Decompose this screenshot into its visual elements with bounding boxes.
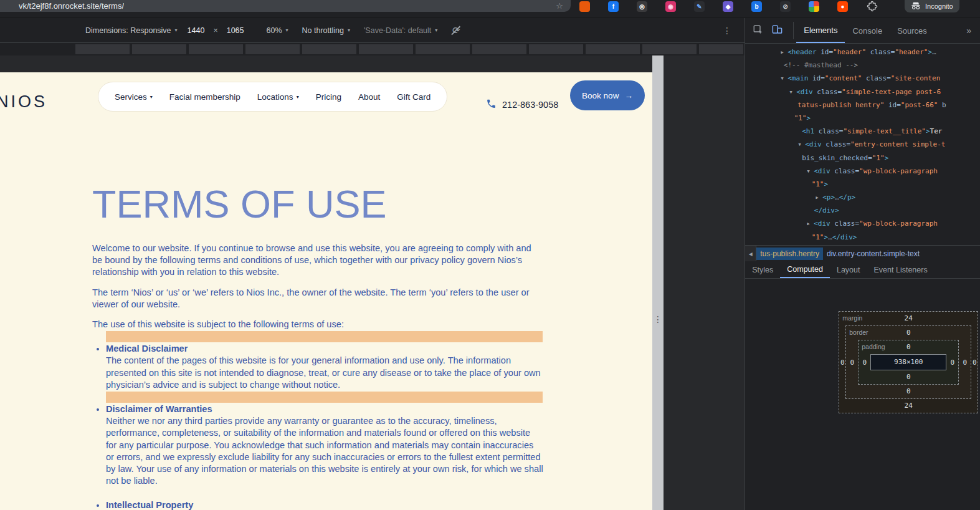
incognito-label: Incognito [925, 2, 953, 10]
dom-tree-row[interactable]: "1">…</div> [745, 231, 980, 244]
dom-tree-row[interactable]: "1"> [745, 112, 980, 125]
toggle-device-toolbar-icon[interactable] [771, 24, 783, 37]
dom-tree-row[interactable]: ▸<div class="wp-block-paragraph [745, 244, 980, 245]
extension-icon[interactable]: ◎ [637, 1, 647, 12]
dom-tree-row[interactable]: ▾<div class="simple-text-page post-6 [745, 85, 980, 99]
extension-icon[interactable]: b [751, 1, 762, 12]
save-data-dropdown[interactable]: 'Save-Data': default ▾ [364, 26, 437, 35]
box-model-content-size[interactable]: 938×100 [870, 354, 946, 370]
nav-item[interactable]: Facial membership [169, 92, 240, 102]
nav-item[interactable]: Services▾ [115, 92, 153, 102]
dom-tree-row[interactable]: "1"> [745, 178, 980, 191]
paragraph: The use of this website is subject to th… [92, 319, 543, 330]
disclosure-arrow-icon[interactable]: ▾ [780, 72, 787, 85]
code-segment: <div [814, 167, 830, 175]
tab-layout[interactable]: Layout [830, 261, 867, 278]
dom-tree-row[interactable]: ▾<div class="wp-block-paragraph [745, 165, 980, 178]
puzzle-extensions-icon[interactable] [866, 1, 878, 12]
extension-icon[interactable]: ✎ [694, 1, 705, 12]
dom-tree-row[interactable]: ▸<p>…</p> [745, 191, 980, 204]
device-toolbar-more-icon[interactable]: ⋮ [723, 18, 731, 43]
dom-tree-row[interactable]: ▸<div class="wp-block-paragraph [745, 217, 980, 230]
phone-link[interactable]: 212-863-9058 [486, 99, 558, 111]
box-model-padding[interactable]: padding 0 0 938×100 0 0 [858, 340, 959, 385]
disclosure-arrow-icon[interactable]: ▸ [806, 217, 814, 230]
paragraph: Welcome to our website. If you continue … [92, 243, 543, 279]
tab-console[interactable]: Console [845, 18, 890, 43]
dom-tree-row[interactable]: ▸<header id="header" class="header">… [745, 46, 980, 59]
disclosure-arrow-icon[interactable]: ▸ [780, 46, 787, 59]
dom-tree-row[interactable]: tatus-publish hentry" id="post-66" b [745, 99, 980, 112]
breadcrumb-item[interactable]: tus-publish.hentry [756, 248, 823, 260]
incognito-badge[interactable]: Incognito [905, 0, 959, 12]
sidebar-panel-tabs: StylesComputedLayoutEvent Listeners [745, 261, 980, 279]
book-now-button[interactable]: Book now → [570, 80, 645, 110]
tab-styles[interactable]: Styles [745, 261, 780, 278]
book-now-label: Book now [582, 91, 619, 100]
dimensions-dropdown[interactable]: Dimensions: Responsive ▾ [85, 26, 178, 35]
height-input[interactable]: 1065 [227, 26, 244, 35]
nav-item[interactable]: Gift Card [397, 92, 431, 102]
disclosure-arrow-icon[interactable]: ▾ [789, 85, 796, 99]
code-segment: class= [813, 88, 842, 96]
extension-icon[interactable] [579, 1, 590, 12]
disclosure-arrow-icon[interactable]: ▸ [815, 191, 822, 204]
tab-elements[interactable]: Elements [796, 18, 845, 43]
code-segment: "1" [872, 154, 885, 162]
extension-icon[interactable]: f [608, 1, 619, 12]
code-segment: </div> [832, 233, 857, 241]
nav-item[interactable]: About [358, 92, 380, 102]
dom-tree-row[interactable]: ▾<div class="entry-content simple-t [745, 138, 980, 151]
code-segment: … [828, 233, 832, 241]
dom-tree-row[interactable]: ▾<main id="content" class="site-conten [745, 72, 980, 85]
code-segment: "site-conten [891, 74, 940, 82]
disclosure-arrow-icon[interactable]: ▾ [806, 165, 814, 178]
code-segment: b [938, 101, 946, 109]
code-segment: "content" [825, 74, 862, 82]
breadcrumb-item[interactable]: div.entry-content.simple-text [823, 248, 923, 260]
tab-sources[interactable]: Sources [890, 18, 935, 43]
phone-icon [486, 99, 497, 111]
breadcrumb-scroll-left-icon[interactable]: ◂ [745, 246, 756, 261]
extension-icon[interactable] [809, 1, 819, 12]
chevron-down-icon: ▾ [297, 94, 299, 100]
extension-icon[interactable]: ◉ [665, 1, 676, 12]
disclosure-arrow-icon[interactable]: ▾ [797, 138, 805, 151]
viewport-resize-handle[interactable]: ⋮ [652, 55, 664, 510]
extensions-menu [866, 1, 878, 12]
address-bar[interactable]: vk/t2ejf8f.onrocket.site/terms/ ☆ [0, 0, 571, 12]
more-tabs-icon[interactable]: » [958, 18, 980, 43]
nav-item[interactable]: Pricing [316, 92, 341, 102]
code-segment: "1" [812, 180, 824, 188]
extension-icon[interactable]: ● [837, 1, 848, 12]
box-model-margin[interactable]: margin 24 0 border 0 0 padding 0 [839, 311, 978, 413]
inspect-element-icon[interactable] [753, 24, 764, 37]
paragraph: The term ‘Nios’ or ‘us’ or ‘we’ refers t… [92, 287, 543, 310]
width-input[interactable]: 1440 [188, 26, 205, 35]
bookmark-star-icon[interactable]: ☆ [556, 2, 563, 10]
site-logo[interactable]: NIOS [0, 92, 47, 112]
code-segment: Ter [930, 127, 943, 135]
nav-item-label: Pricing [316, 92, 341, 102]
dom-tree-row[interactable]: bis_skin_checked="1"> [745, 152, 980, 165]
device-ruler [0, 43, 745, 55]
tab-computed[interactable]: Computed [780, 261, 830, 278]
phone-number: 212-863-9058 [502, 100, 558, 110]
code-segment: "entry-content simple-t [850, 140, 945, 148]
disclosure-arrow-icon[interactable]: ▸ [806, 244, 814, 245]
code-segment: > [885, 154, 889, 162]
extension-icon[interactable]: ◆ [723, 1, 733, 12]
extension-icon[interactable]: ⊘ [780, 1, 791, 12]
dom-tree-row[interactable]: </div> [745, 204, 980, 217]
box-model-border[interactable]: border 0 0 padding 0 0 938×100 0 [845, 325, 971, 399]
nav-item[interactable]: Locations▾ [257, 92, 299, 102]
dom-tree-row[interactable]: <h1 class="simple-text__title">Ter [745, 125, 980, 138]
code-segment: … [835, 193, 839, 201]
padding-label: padding [862, 343, 885, 350]
throttling-dropdown[interactable]: No throttling ▾ [302, 26, 350, 35]
zoom-dropdown[interactable]: 60% ▾ [267, 26, 288, 35]
code-segment: > [807, 114, 811, 122]
tab-event-listeners[interactable]: Event Listeners [867, 261, 935, 278]
rotate-device-icon[interactable]: ⟳ [450, 25, 462, 36]
dom-tree-row[interactable]: <!-- #masthead --> [745, 59, 980, 72]
